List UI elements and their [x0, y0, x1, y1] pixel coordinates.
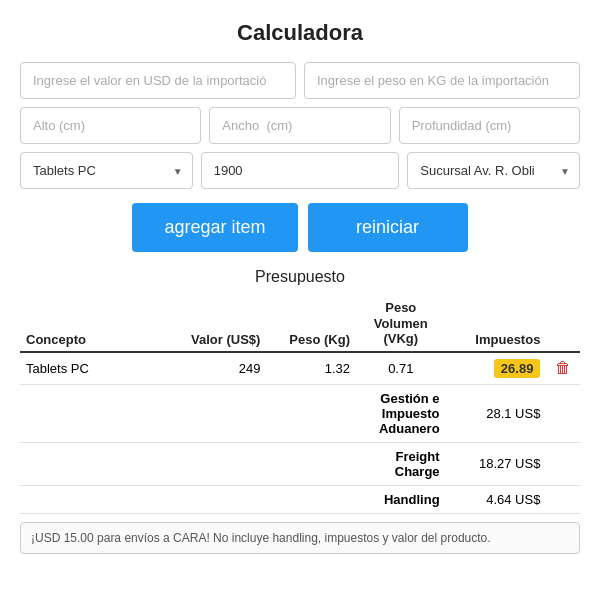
branch-select-wrap: Sucursal Av. R. Obli Sucursal Centro Suc… [407, 152, 580, 189]
delete-item-icon[interactable]: 🗑 [555, 359, 571, 376]
top-inputs-row [20, 62, 580, 99]
header-concepto: Concepto [20, 296, 177, 352]
summary-row-2: Freight Charge 18.27 US$ [20, 442, 580, 485]
item-peso: 1.32 [266, 352, 356, 385]
note-text: ¡USD 15.00 para envíos a CARA! No incluy… [31, 531, 491, 545]
summary-label-1: Gestión e Impuesto Aduanero [356, 384, 446, 442]
category-row: Tablets PC Electrónica Ropa Calzado ▼ Su… [20, 152, 580, 189]
item-volumen: 0.71 [356, 352, 446, 385]
quantity-input[interactable] [201, 152, 400, 189]
page-title: Calculadora [20, 20, 580, 46]
add-item-button[interactable]: agregar item [132, 203, 297, 252]
summary-row-3: Handling 4.64 US$ [20, 485, 580, 513]
impuesto-badge: 26.89 [494, 359, 541, 378]
budget-section: Presupuesto Concepto Valor (US$) Peso (K… [20, 268, 580, 554]
header-impuestos: Impuestos [446, 296, 547, 352]
budget-table: Concepto Valor (US$) Peso (Kg) PesoVolum… [20, 296, 580, 514]
usd-input[interactable] [20, 62, 296, 99]
category-select-wrap: Tablets PC Electrónica Ropa Calzado ▼ [20, 152, 193, 189]
header-volumen: PesoVolumen(VKg) [356, 296, 446, 352]
budget-title: Presupuesto [20, 268, 580, 286]
item-impuesto: 26.89 [446, 352, 547, 385]
table-header-row: Concepto Valor (US$) Peso (Kg) PesoVolum… [20, 296, 580, 352]
item-valor: 249 [177, 352, 267, 385]
action-buttons-row: agregar item reiniciar [20, 203, 580, 252]
category-select[interactable]: Tablets PC Electrónica Ropa Calzado [20, 152, 193, 189]
note-box: ¡USD 15.00 para envíos a CARA! No incluy… [20, 522, 580, 554]
item-concepto: Tablets PC [20, 352, 177, 385]
summary-label-2: Freight Charge [356, 442, 446, 485]
kg-input[interactable] [304, 62, 580, 99]
summary-label-3: Handling [356, 485, 446, 513]
calculator-page: Calculadora Tablets PC Electrónica Ropa … [0, 0, 600, 605]
summary-value-3: 4.64 US$ [446, 485, 547, 513]
header-valor: Valor (US$) [177, 296, 267, 352]
item-delete-cell: 🗑 [546, 352, 580, 385]
branch-select[interactable]: Sucursal Av. R. Obli Sucursal Centro Suc… [407, 152, 580, 189]
summary-row-1: Gestión e Impuesto Aduanero 28.1 US$ [20, 384, 580, 442]
summary-value-1: 28.1 US$ [446, 384, 547, 442]
header-peso: Peso (Kg) [266, 296, 356, 352]
dimensions-row [20, 107, 580, 144]
table-row: Tablets PC 249 1.32 0.71 26.89 🗑 [20, 352, 580, 385]
profundidad-input[interactable] [399, 107, 580, 144]
alto-input[interactable] [20, 107, 201, 144]
reset-button[interactable]: reiniciar [308, 203, 468, 252]
ancho-input[interactable] [209, 107, 390, 144]
summary-value-2: 18.27 US$ [446, 442, 547, 485]
header-action [546, 296, 580, 352]
